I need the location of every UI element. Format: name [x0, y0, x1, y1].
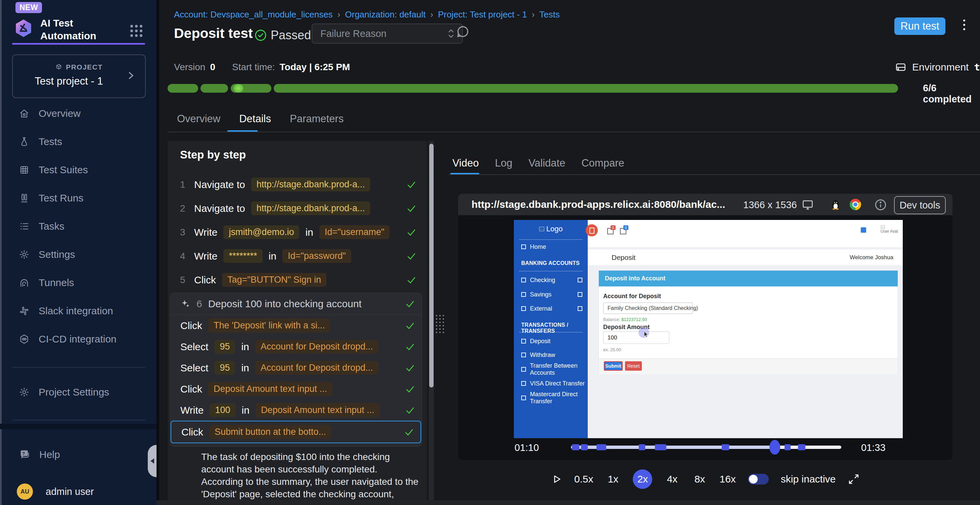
sidebar-item-tasks[interactable]: Tasks	[0, 212, 156, 240]
seekbar-event-marker[interactable]	[655, 444, 666, 450]
app-logo-icon[interactable]	[13, 18, 34, 40]
step-locator-badge[interactable]: Account for Deposit dropd...	[255, 340, 379, 354]
tab-log[interactable]: Log	[495, 157, 512, 169]
scrollbar-track[interactable]	[429, 141, 434, 505]
bank-nav-item[interactable]: Deposit	[514, 334, 588, 348]
seekbar-event-marker[interactable]	[572, 444, 579, 450]
tab-overview[interactable]: Overview	[177, 113, 220, 125]
checkbox-icon[interactable]	[578, 292, 582, 297]
step-row[interactable]: 3Writejsmith@demo.ioinId="username"	[168, 220, 422, 244]
tab-video[interactable]: Video	[452, 157, 479, 169]
reset-button[interactable]: Reset	[625, 361, 642, 371]
sidebar-item-slack-integration[interactable]: Slack integration	[0, 297, 156, 325]
step-locator-badge[interactable]: Submit button at the botto...	[209, 425, 331, 439]
breadcrumb[interactable]: Account: Devspace_all_module_licenses›Or…	[174, 10, 560, 20]
step-locator-badge[interactable]: Tag="BUTTON" Sign in	[222, 273, 326, 287]
step-value-badge[interactable]: 100	[210, 403, 235, 417]
step-row[interactable]: 2Navigate tohttp://stage.dbank.prod-a...	[168, 197, 422, 220]
speed-button[interactable]: 0.5x	[574, 473, 593, 485]
bank-nav-item[interactable]: Transfer Between Accounts	[514, 363, 588, 376]
step-group-header[interactable]: 6 Deposit 100 into checking account	[170, 293, 422, 315]
speed-button[interactable]: 8x	[692, 473, 707, 485]
monitor-icon[interactable]	[801, 199, 814, 211]
step-locator-badge[interactable]: Id="username"	[320, 225, 390, 239]
substep-row[interactable]: ClickSubmit button at the botto...	[171, 421, 420, 443]
breadcrumb-link[interactable]: Project: Test project - 1	[438, 10, 527, 19]
checkbox-icon[interactable]	[578, 278, 582, 283]
tab-validate[interactable]: Validate	[528, 157, 565, 169]
substep-row[interactable]: ClickDeposit Amount text input ...	[170, 378, 422, 400]
step-group-card[interactable]: 6 Deposit 100 into checking account Clic…	[170, 293, 422, 446]
bank-nav-item[interactable]: Home	[514, 240, 588, 254]
step-row[interactable]: 4Write********inId="password"	[168, 244, 422, 268]
bank-nav-item[interactable]: Withdraw	[514, 348, 588, 362]
apps-grid-icon[interactable]	[130, 25, 142, 37]
kebab-menu-icon[interactable]	[963, 19, 965, 30]
speed-button[interactable]: 16x	[719, 473, 735, 485]
checkbox-icon[interactable]	[578, 306, 582, 311]
step-locator-badge[interactable]: The 'Deposit' link with a si...	[208, 319, 330, 332]
bank-nav-item[interactable]: Checking	[514, 273, 588, 287]
bank-topbar-icon[interactable]	[861, 227, 866, 233]
bank-nav-item[interactable]: Mastercard Direct Transfer	[514, 391, 588, 405]
step-locator-badge[interactable]: Deposit Amount text input ...	[256, 403, 380, 417]
sidebar-item-project-settings[interactable]: Project Settings	[0, 378, 175, 406]
tab-compare[interactable]: Compare	[581, 157, 624, 169]
breadcrumb-link[interactable]: Organization: default	[345, 10, 426, 19]
seekbar-event-marker[interactable]	[784, 444, 791, 450]
substep-row[interactable]: Select95inAccount for Deposit dropd...	[170, 357, 422, 378]
sidebar-item-ci-cd-integration[interactable]: CI-CD integration	[0, 325, 156, 353]
step-locator-badge[interactable]: Deposit Amount text input ...	[208, 382, 332, 396]
substep-row[interactable]: Select95inAccount for Deposit dropd...	[170, 336, 422, 357]
window-icon[interactable]: 0	[607, 228, 614, 234]
submit-button[interactable]: Submit	[604, 361, 623, 371]
substep-row[interactable]: Write100inDeposit Amount text input ...	[170, 400, 422, 421]
tab-details[interactable]: Details	[239, 113, 271, 125]
substep-row[interactable]: ClickThe 'Deposit' link with a si...	[170, 315, 422, 336]
scrollbar-thumb[interactable]	[429, 144, 434, 387]
speed-button-active[interactable]: 2x	[633, 469, 652, 489]
breadcrumb-link[interactable]: Tests	[539, 10, 560, 19]
sidebar-item-tests[interactable]: Tests	[0, 128, 156, 156]
info-icon[interactable]	[874, 198, 887, 211]
sidebar-item-test-runs[interactable]: Test Runs	[0, 184, 156, 212]
failure-reason-select[interactable]: Failure Reason	[312, 24, 463, 44]
step-value-badge[interactable]: ********	[223, 249, 262, 263]
step-locator-badge[interactable]: Account for Deposit dropd...	[255, 361, 379, 375]
skip-inactive-toggle[interactable]	[748, 474, 769, 484]
project-selector[interactable]: PROJECT Test project - 1	[12, 54, 146, 98]
comment-icon[interactable]	[455, 24, 470, 39]
window-icon[interactable]: 0	[620, 228, 626, 234]
tab-parameters[interactable]: Parameters	[290, 113, 344, 125]
seekbar-playhead[interactable]	[769, 440, 780, 455]
deposit-amount-input[interactable]: 100	[603, 332, 669, 344]
sidebar-item-tunnels[interactable]: Tunnels	[0, 268, 156, 297]
speed-button[interactable]: 1x	[605, 473, 620, 485]
step-value-badge[interactable]: 95	[214, 361, 235, 375]
bank-nav-item[interactable]: Savings	[514, 288, 588, 301]
step-row[interactable]: 5ClickTag="BUTTON" Sign in	[168, 268, 422, 292]
step-value-badge[interactable]: http://stage.dbank.prod-a...	[251, 178, 371, 191]
panel-resize-handle[interactable]	[436, 315, 444, 333]
seekbar-event-marker[interactable]	[639, 444, 645, 450]
seekbar-event-marker[interactable]	[581, 444, 588, 450]
seekbar-event-marker[interactable]	[722, 444, 729, 450]
substep-selected[interactable]: ClickSubmit button at the botto...	[170, 421, 421, 443]
account-select[interactable]: Family Checking (Standard Checking)	[603, 303, 693, 314]
bank-nav-item[interactable]: VISA Direct Transfer	[514, 377, 588, 390]
breadcrumb-link[interactable]: Account: Devspace_all_module_licenses	[174, 10, 333, 19]
step-locator-badge[interactable]: Id="password"	[282, 249, 351, 263]
run-test-button[interactable]: Run test	[894, 17, 945, 35]
step-row[interactable]: 1Navigate tohttp://stage.dbank.prod-a...	[168, 173, 422, 197]
sidebar-collapse-handle[interactable]	[148, 445, 156, 477]
fullscreen-icon[interactable]	[848, 473, 860, 485]
seekbar-event-marker[interactable]	[597, 444, 606, 450]
bank-nav-item[interactable]: External	[514, 302, 588, 315]
sidebar-item-test-suites[interactable]: Test Suites	[0, 156, 156, 184]
sidebar-item-settings[interactable]: Settings	[0, 240, 156, 268]
step-value-badge[interactable]: jsmith@demo.io	[223, 225, 299, 239]
speed-button[interactable]: 4x	[664, 473, 680, 485]
dev-tools-button[interactable]: Dev tools	[894, 196, 946, 214]
user-menu[interactable]: AU admin user	[17, 483, 94, 500]
step-value-badge[interactable]: http://stage.dbank.prod-a...	[251, 202, 371, 215]
